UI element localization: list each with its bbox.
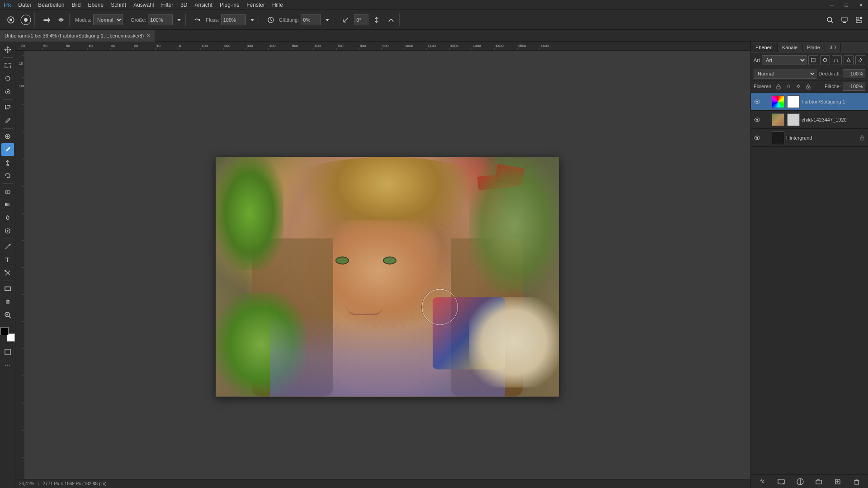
text-tool[interactable]: T — [1, 253, 14, 266]
mode-select[interactable]: Normal — [93, 14, 123, 25]
smooth-settings-button[interactable] — [264, 14, 277, 26]
foreground-color-swatch[interactable] — [0, 327, 9, 335]
gradient-tool[interactable] — [1, 198, 14, 211]
menu-bearbeiten[interactable]: Bearbeiten — [34, 1, 68, 9]
brush-tool[interactable] — [1, 143, 14, 156]
brush-preset-button[interactable] — [40, 14, 53, 26]
dodge-tool[interactable] — [1, 225, 14, 237]
tab-pfade[interactable]: Pfade — [802, 43, 825, 52]
layer-visibility-toggle[interactable] — [754, 116, 761, 123]
fill-label: Fläche: — [825, 84, 841, 89]
close-button[interactable]: ✕ — [854, 0, 868, 10]
tool-preset-picker[interactable] — [5, 14, 17, 26]
smooth-input[interactable] — [301, 14, 321, 25]
menu-filter[interactable]: Filter — [158, 1, 177, 9]
hand-tool[interactable] — [1, 296, 14, 308]
filter-type-button[interactable]: T T — [832, 55, 842, 65]
airbrush-button[interactable] — [191, 14, 204, 26]
arrange-button[interactable] — [853, 14, 865, 26]
flow-input[interactable] — [221, 14, 246, 25]
minimize-button[interactable]: ─ — [825, 0, 839, 10]
fixieren-label: Fixieren: — [754, 84, 773, 89]
document-tab[interactable]: Unbenannt-1 bei 36,4% (Farbton/Sättigung… — [0, 30, 155, 42]
new-layer-button[interactable] — [832, 476, 843, 487]
move-tool[interactable] — [1, 43, 14, 56]
menu-plugins[interactable]: Plug-ins — [216, 1, 243, 9]
layer-item[interactable]: child-1423447_1920 — [751, 111, 868, 129]
quick-selection-tool[interactable] — [1, 85, 14, 98]
filter-pixel-button[interactable] — [808, 55, 818, 65]
menu-hilfe[interactable]: Hilfe — [269, 1, 287, 9]
menu-ebene[interactable]: Ebene — [84, 1, 107, 9]
path-selection-tool[interactable] — [1, 267, 14, 279]
group-layers-button[interactable] — [813, 476, 824, 487]
size-options-button[interactable] — [175, 14, 184, 26]
flow-options-button[interactable] — [248, 14, 257, 26]
screen-mode-button[interactable] — [1, 346, 14, 358]
svg-line-12 — [831, 21, 833, 23]
menu-schrift[interactable]: Schrift — [107, 1, 130, 9]
history-brush-tool[interactable] — [1, 169, 14, 182]
rectangular-marquee-tool[interactable] — [1, 59, 14, 72]
layer-kind-filter[interactable]: Art — [762, 55, 807, 65]
angle-button[interactable] — [340, 14, 352, 26]
add-mask-button[interactable] — [776, 476, 787, 487]
menu-ansicht[interactable]: Ansicht — [191, 1, 216, 9]
blend-mode-select[interactable]: Normal — [754, 69, 816, 79]
menu-datei[interactable]: Datei — [14, 1, 34, 9]
layer-item[interactable]: Farbton/Sättigung 1 — [751, 93, 868, 111]
filter-shape-button[interactable] — [844, 55, 854, 65]
healing-brush-tool[interactable] — [1, 130, 14, 143]
pressure-button[interactable] — [385, 14, 397, 26]
svg-text:10: 10 — [156, 44, 160, 48]
menu-auswahl[interactable]: Auswahl — [130, 1, 157, 9]
lock-image-button[interactable] — [784, 82, 793, 90]
layer-fx-button[interactable]: fx — [757, 476, 768, 487]
filter-adjustment-button[interactable] — [820, 55, 830, 65]
angle-input[interactable] — [354, 14, 368, 25]
lasso-tool[interactable] — [1, 72, 14, 85]
tab-ebenen[interactable]: Ebenen — [751, 43, 778, 52]
svg-text:60: 60 — [43, 44, 47, 48]
smooth-options-button[interactable] — [323, 14, 332, 26]
menu-3d[interactable]: 3D — [177, 1, 191, 9]
symmetry-button[interactable] — [370, 14, 383, 26]
brush-size-indicator[interactable] — [19, 13, 33, 27]
tab-kanaele[interactable]: Kanäle — [778, 43, 802, 52]
size-input[interactable] — [148, 14, 173, 25]
menu-bild[interactable]: Bild — [68, 1, 84, 9]
crop-tool[interactable] — [1, 101, 14, 114]
search-button[interactable] — [824, 14, 836, 26]
eraser-tool[interactable] — [1, 185, 14, 198]
layer-visibility-toggle[interactable] — [754, 134, 761, 141]
blur-tool[interactable] — [1, 211, 14, 224]
filter-smart-button[interactable] — [855, 55, 865, 65]
adjustment-layer-button[interactable] — [795, 476, 806, 487]
clone-stamp-tool[interactable] — [1, 156, 14, 169]
opacity-input[interactable]: 100% — [843, 69, 865, 78]
svg-point-3 — [24, 18, 28, 22]
svg-point-30 — [5, 270, 6, 272]
lock-fill-row: Fixieren: Fläche: 100% — [751, 80, 868, 93]
menu-fenster[interactable]: Fenster — [243, 1, 269, 9]
eyedropper-tool[interactable] — [1, 114, 14, 127]
maximize-button[interactable]: □ — [839, 0, 854, 10]
tab-close-button[interactable]: ✕ — [146, 33, 150, 38]
color-swatch-area[interactable] — [0, 326, 16, 343]
layer-visibility-toggle[interactable] — [754, 98, 761, 105]
lock-all-button[interactable] — [804, 82, 812, 90]
fill-input[interactable]: 100% — [843, 82, 865, 91]
pen-tool[interactable] — [1, 240, 14, 253]
layers-bottom-toolbar: fx — [751, 474, 868, 488]
lock-position-button[interactable] — [794, 82, 802, 90]
lock-transparent-button[interactable] — [774, 82, 783, 90]
layer-item[interactable]: Hintergrund — [751, 129, 868, 147]
extra-tools-button[interactable]: ··· — [1, 359, 14, 371]
svg-text:0: 0 — [179, 44, 181, 48]
delete-layer-button[interactable] — [851, 476, 862, 487]
zoom-tool[interactable] — [1, 309, 14, 321]
workspace-button[interactable] — [838, 14, 851, 26]
rectangle-tool[interactable] — [1, 282, 14, 295]
tab-3d[interactable]: 3D — [825, 43, 841, 52]
brush-settings-button[interactable] — [55, 14, 67, 26]
